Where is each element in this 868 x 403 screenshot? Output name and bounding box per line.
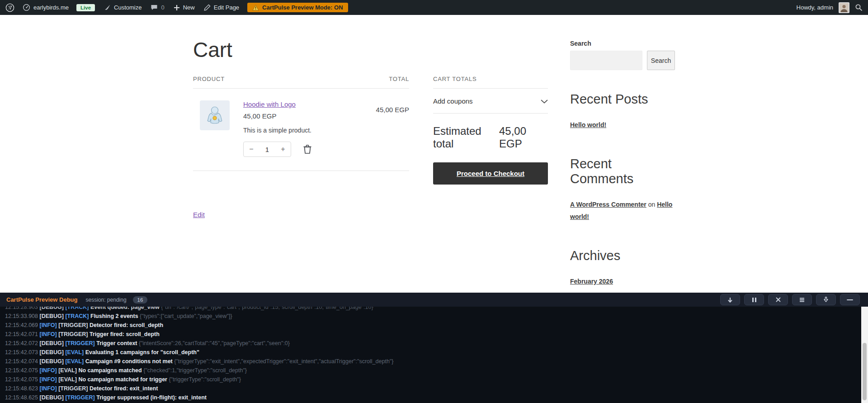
clear-button[interactable]: [768, 294, 788, 305]
sidebar-search-input[interactable]: [570, 51, 642, 70]
recent-comments-title: Recent Comments: [570, 156, 676, 186]
pause-button[interactable]: [744, 294, 764, 305]
comment-connector: on: [646, 201, 657, 208]
log-line: 12:15:42.072 [DEBUG] [TRIGGER] Trigger c…: [5, 339, 868, 348]
scrollbar-thumb[interactable]: [863, 343, 867, 400]
plus-icon: [174, 5, 180, 11]
line-total: 45,00 EGP: [376, 100, 409, 157]
log-line: 12:15:42.074 [DEBUG] [EVAL] Campaign #9 …: [5, 357, 868, 366]
remove-item-button[interactable]: [303, 144, 312, 154]
preview-mode-label: CartPulse Preview Mode: ON: [262, 4, 343, 11]
product-description: This is a simple product.: [243, 127, 376, 134]
log-line: 12:15:48.625 [DEBUG] [TRIGGER] Trigger s…: [5, 393, 868, 402]
log-list-button[interactable]: [792, 294, 812, 305]
brush-icon: [104, 4, 111, 11]
log-line: 12:15:42.071 [INFO] [TRIGGER] Trigger fi…: [5, 330, 868, 339]
new-label: New: [183, 4, 195, 11]
log-line: 12:15:33.908 [DEBUG] [TRACK] Flushing 2 …: [5, 312, 868, 321]
session-status: session: pending: [86, 297, 127, 303]
customize-link[interactable]: Customize: [104, 4, 142, 11]
cart-items-table: PRODUCT TOTAL Hoodie with Logo 45,00 EGP…: [193, 76, 409, 219]
recent-post-link[interactable]: Hello world!: [570, 121, 606, 128]
chevron-down-icon: [541, 97, 548, 105]
wordpress-logo-icon: [5, 3, 14, 12]
minimize-button[interactable]: [840, 294, 860, 305]
debug-log-area[interactable]: 12:15:28.903 [DEBUG] [TRACK] Event queue…: [0, 307, 868, 403]
wordpress-menu[interactable]: [5, 3, 14, 12]
close-icon: [776, 297, 781, 302]
edit-cart-link[interactable]: Edit: [193, 211, 205, 218]
live-badge: Live: [76, 4, 95, 11]
cart-totals-header: CART TOTALS: [433, 76, 548, 89]
log-line: 12:15:48.623 [INFO] [TRIGGER] Detector f…: [5, 384, 868, 393]
proceed-to-checkout-button[interactable]: Proceed to Checkout: [433, 162, 548, 185]
cartpulse-debug-console: CartPulse Preview Debug session: pending…: [0, 293, 868, 403]
customize-label: Customize: [114, 4, 142, 11]
search-icon[interactable]: [855, 4, 863, 11]
quantity-value[interactable]: 1: [259, 146, 275, 153]
add-coupons-label: Add coupons: [433, 97, 473, 105]
page-title: Cart: [193, 38, 232, 62]
comments-item[interactable]: 0: [151, 4, 164, 11]
log-line: 12:15:42.073 [DEBUG] [EVAL] Evaluating 1…: [5, 348, 868, 357]
menu-lines-icon: [799, 298, 805, 302]
howdy-label[interactable]: Howdy, admin: [797, 4, 833, 11]
add-coupons-toggle[interactable]: Add coupons: [433, 89, 548, 114]
recent-posts-title: Recent Posts: [570, 92, 676, 107]
download-logs-button[interactable]: [816, 294, 836, 305]
commenter-link[interactable]: A WordPress Commenter: [570, 201, 646, 208]
avatar[interactable]: [839, 2, 849, 13]
log-line: 12:15:42.069 [INFO] [TRIGGER] Detector f…: [5, 321, 868, 330]
edit-page-label: Edit Page: [214, 4, 239, 11]
download-icon: [823, 297, 829, 303]
product-thumbnail[interactable]: [200, 100, 230, 130]
log-line: 12:15:42.075 [INFO] [EVAL] No campaigns …: [5, 366, 868, 375]
comment-bubble-icon: [151, 4, 158, 11]
comments-count: 0: [161, 4, 164, 11]
estimated-total-label: Estimated total: [433, 125, 499, 150]
wp-admin-bar: earlybirds.me Live Customize 0 New Edit …: [0, 0, 868, 15]
quantity-increase-button[interactable]: +: [275, 145, 291, 153]
product-column-header: PRODUCT: [193, 76, 225, 82]
scroll-to-bottom-button[interactable]: [720, 294, 740, 305]
log-line: 12:15:28.903 [DEBUG] [TRACK] Event queue…: [5, 307, 868, 312]
arrow-down-icon: [727, 297, 733, 303]
debug-console-title: CartPulse Preview Debug: [6, 296, 78, 303]
pencil-icon: [204, 4, 211, 11]
quantity-stepper: − 1 +: [243, 142, 291, 157]
sidebar: Search Search Recent Posts Hello world! …: [570, 40, 676, 328]
minus-icon: [847, 299, 853, 301]
cart-item-row: Hoodie with Logo 45,00 EGP This is a sim…: [193, 89, 409, 171]
pause-icon: [752, 297, 757, 303]
site-name: earlybirds.me: [33, 4, 69, 11]
archives-title: Archives: [570, 248, 676, 263]
edit-page-link[interactable]: Edit Page: [204, 4, 239, 11]
log-count-badge: 16: [133, 296, 148, 303]
log-line: 12:15:42.075 [INFO] [EVAL] No campaign m…: [5, 375, 868, 384]
warning-triangle-icon: [252, 5, 259, 11]
site-gauge-icon: [23, 4, 30, 11]
archive-link[interactable]: February 2026: [570, 278, 613, 285]
cartpulse-preview-mode-badge[interactable]: CartPulse Preview Mode: ON: [247, 3, 348, 12]
total-column-header: TOTAL: [389, 76, 409, 82]
debug-console-header: CartPulse Preview Debug session: pending…: [0, 293, 868, 307]
cart-totals-panel: CART TOTALS Add coupons Estimated total …: [433, 76, 548, 185]
page-scrollbar[interactable]: [861, 307, 868, 403]
recent-comment-entry: A WordPress Commenter on Hello world!: [570, 199, 676, 223]
new-menu[interactable]: New: [174, 4, 195, 11]
site-menu[interactable]: earlybirds.me Live: [23, 4, 95, 11]
sidebar-search-button[interactable]: Search: [647, 51, 675, 70]
quantity-decrease-button[interactable]: −: [244, 145, 259, 153]
sidebar-search-label: Search: [570, 40, 676, 47]
estimated-total-value: 45,00 EGP: [499, 125, 548, 150]
product-unit-price: 45,00 EGP: [243, 112, 376, 120]
product-name-link[interactable]: Hoodie with Logo: [243, 100, 296, 108]
